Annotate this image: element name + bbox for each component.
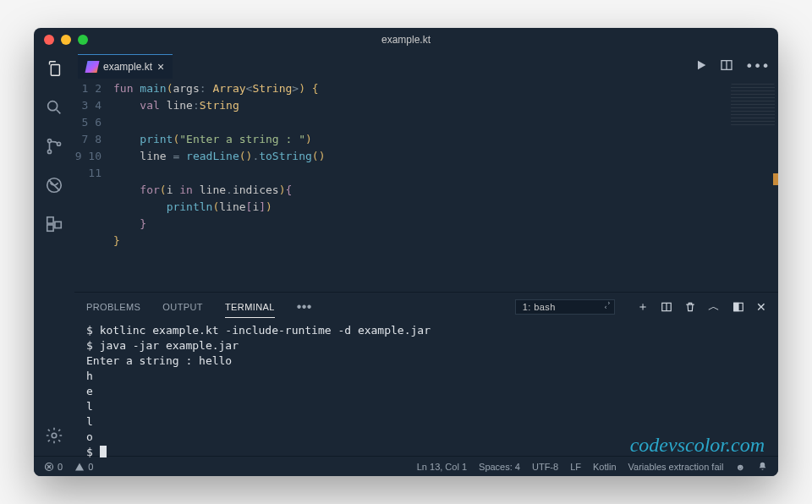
terminal-tab[interactable]: TERMINAL [225, 297, 275, 318]
svg-rect-12 [733, 304, 738, 311]
status-encoding[interactable]: UTF-8 [532, 462, 558, 472]
search-icon[interactable] [44, 97, 64, 118]
svg-rect-7 [55, 222, 61, 227]
kotlin-file-icon [85, 61, 100, 73]
line-gutter: 1 2 3 4 5 6 7 8 9 10 11 [74, 80, 113, 292]
status-language[interactable]: Kotlin [593, 462, 617, 472]
editor-tabs: example.kt × ••• [74, 52, 778, 80]
watermark-text: codevscolor.com [630, 437, 765, 452]
explorer-icon[interactable] [44, 58, 64, 79]
main-area: example.kt × ••• 1 2 3 4 5 6 7 8 9 10 11… [34, 52, 778, 456]
svg-point-2 [47, 150, 51, 153]
problems-tab[interactable]: PROBLEMS [86, 297, 140, 317]
code-editor[interactable]: 1 2 3 4 5 6 7 8 9 10 11 fun main(args: A… [74, 80, 778, 292]
status-eol[interactable]: LF [570, 462, 581, 472]
svg-point-8 [52, 433, 57, 438]
svg-point-0 [48, 101, 58, 111]
content-column: example.kt × ••• 1 2 3 4 5 6 7 8 9 10 11… [74, 52, 778, 456]
kill-terminal-icon[interactable] [684, 301, 696, 313]
window-titlebar: example.kt [34, 28, 778, 52]
editor-window: example.kt [34, 28, 778, 476]
activity-bar [34, 52, 74, 456]
minimize-window-button[interactable] [61, 35, 71, 45]
close-window-button[interactable] [44, 35, 54, 45]
window-controls [44, 35, 88, 45]
svg-point-1 [47, 140, 51, 143]
status-spaces[interactable]: Spaces: 4 [479, 462, 520, 472]
split-terminal-icon[interactable] [661, 301, 672, 313]
status-message[interactable]: Variables extraction fail [628, 462, 724, 472]
file-tab-label: example.kt [103, 61, 152, 73]
more-actions-icon[interactable]: ••• [745, 58, 770, 74]
close-tab-icon[interactable]: × [157, 60, 164, 74]
overview-ruler-marker [773, 173, 778, 185]
file-tab[interactable]: example.kt × [78, 54, 173, 79]
status-cursor[interactable]: Ln 13, Col 1 [417, 462, 467, 472]
run-icon[interactable] [694, 58, 708, 74]
svg-rect-5 [47, 217, 53, 223]
window-title: example.kt [381, 34, 431, 46]
status-errors[interactable]: 0 [44, 462, 63, 472]
bottom-panel: PROBLEMS OUTPUT TERMINAL ••• 1: bash ＋ [74, 292, 778, 456]
panel-actions: ＋ ︿ ✕ [637, 299, 766, 315]
extensions-icon[interactable] [44, 214, 64, 234]
status-bell-icon[interactable] [757, 461, 768, 472]
settings-gear-icon[interactable] [44, 425, 64, 446]
close-panel-icon[interactable]: ✕ [756, 300, 766, 314]
panel-tabs: PROBLEMS OUTPUT TERMINAL ••• 1: bash ＋ [74, 293, 778, 321]
terminal-cursor [100, 446, 107, 457]
terminal-output[interactable]: $ kotlinc example.kt -include-runtime -d… [74, 321, 778, 456]
terminal-selector[interactable]: 1: bash [515, 299, 615, 315]
minimap[interactable] [731, 84, 775, 126]
panel-up-icon[interactable]: ︿ [708, 299, 720, 315]
panel-overflow-icon[interactable]: ••• [297, 299, 312, 315]
zoom-window-button[interactable] [78, 35, 88, 45]
status-feedback-icon[interactable]: ☻ [735, 462, 745, 472]
split-editor-icon[interactable] [720, 58, 733, 74]
svg-rect-6 [47, 225, 53, 231]
output-tab[interactable]: OUTPUT [162, 297, 203, 317]
code-area[interactable]: fun main(args: Array<String>) { val line… [113, 80, 778, 292]
maximize-panel-icon[interactable] [732, 301, 744, 313]
debug-icon[interactable] [44, 175, 64, 195]
editor-actions: ••• [694, 58, 770, 74]
new-terminal-icon[interactable]: ＋ [637, 299, 649, 315]
git-icon[interactable] [44, 136, 64, 156]
